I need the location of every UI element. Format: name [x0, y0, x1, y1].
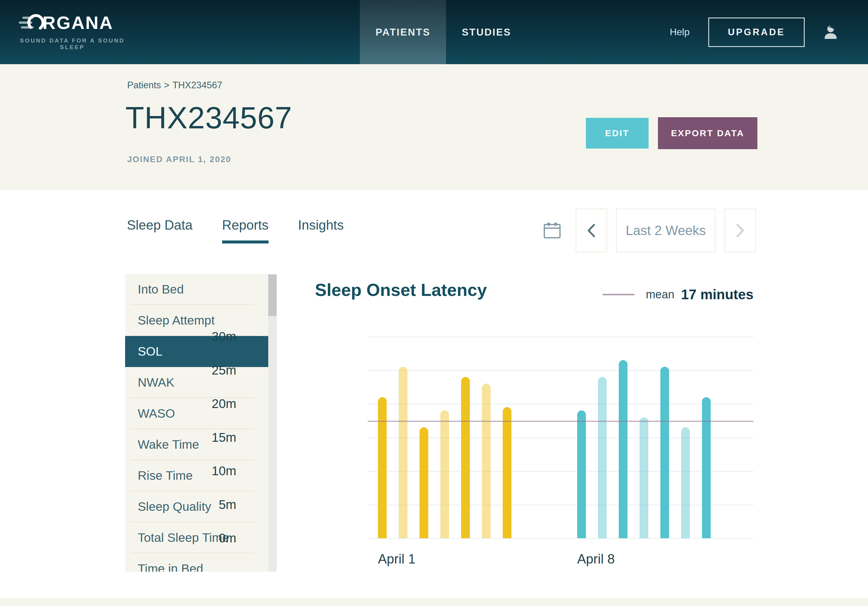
active-tab-underline [222, 240, 268, 243]
bar-april-1-day4 [440, 411, 449, 538]
breadcrumb-item[interactable]: Patients [127, 80, 161, 90]
main-nav: PATIENTSSTUDIES [360, 0, 527, 64]
export-data-button[interactable]: EXPORT DATA [658, 117, 757, 149]
sidebar-item-label: Into Bed [138, 282, 184, 296]
y-axis-tick-label: 30m [176, 329, 236, 344]
tab-label: Insights [298, 218, 344, 232]
bar-april-8-day1 [577, 411, 586, 538]
date-range-selector[interactable]: Last 2 Weeks [616, 209, 716, 252]
bar-april-1-day2 [399, 367, 408, 538]
mean-line-swatch [603, 294, 634, 295]
gridline [368, 370, 753, 371]
sidebar-item-into-bed[interactable]: Into Bed [125, 274, 268, 305]
nav-item-studies[interactable]: STUDIES [446, 0, 527, 64]
sidebar-item-label: SOL [138, 344, 163, 359]
tab-label: Reports [222, 218, 268, 232]
bar-april-8-day5 [660, 367, 669, 538]
bar-april-8-day3 [619, 360, 628, 538]
chart-legend: mean 17 minutes [603, 286, 753, 302]
sidebar-item-label: Sleep Attempt [138, 313, 215, 327]
next-period-button[interactable] [725, 209, 756, 252]
logo-wordmark: RGANA [42, 12, 113, 33]
legend-mean-value: 17 minutes [681, 286, 753, 302]
y-axis-tick-label: 5m [176, 498, 236, 512]
chart-title: Sleep Onset Latency [315, 280, 487, 300]
logo-tagline: SOUND DATA FOR A SOUND SLEEP [17, 37, 128, 51]
sol-bar-chart: 30m25m20m15m10m5m0mApril 1April 8 [368, 336, 753, 538]
nav-item-patients[interactable]: PATIENTS [360, 0, 446, 64]
y-axis-tick-label: 0m [176, 531, 236, 546]
upgrade-button[interactable]: UPGRADE [708, 17, 805, 47]
edit-button[interactable]: EDIT [586, 118, 649, 149]
footer-strip [0, 598, 868, 606]
bar-april-1-day6 [482, 384, 491, 538]
logo[interactable]: RGANA SOUND DATA FOR A SOUND SLEEP [17, 12, 128, 51]
bar-april-1-day7 [503, 407, 512, 538]
bar-april-1-day5 [461, 377, 470, 538]
sidebar-item-label: WASO [138, 406, 175, 421]
tab-label: Sleep Data [127, 218, 192, 232]
calendar-icon[interactable] [542, 221, 562, 240]
bar-april-1-day3 [420, 427, 428, 538]
prev-period-button[interactable] [576, 209, 607, 252]
y-axis-tick-label: 15m [176, 430, 236, 445]
main-content: Sleep DataReportsInsights Last 2 Weeks I… [0, 190, 868, 606]
x-axis-label: April 8 [577, 552, 615, 567]
y-axis-tick-label: 10m [176, 464, 236, 478]
active-tab-underline [298, 240, 344, 243]
bar-april-8-day2 [598, 377, 607, 538]
report-tabs: Sleep DataReportsInsights [127, 218, 344, 243]
legend-mean-label: mean [646, 288, 674, 301]
date-controls: Last 2 Weeks [542, 209, 756, 252]
x-axis-label: April 1 [378, 552, 415, 567]
tab-reports[interactable]: Reports [222, 218, 268, 243]
logo-o-icon [17, 12, 44, 33]
sidebar-item-label: NWAK [138, 375, 174, 390]
tab-sleep-data[interactable]: Sleep Data [127, 218, 192, 243]
sidebar-item-label: Time in Bed [138, 562, 203, 572]
joined-date-label: JOINED APRIL 1, 2020 [127, 155, 231, 164]
metric-list: Into BedSleep AttemptSOLNWAKWASOWake Tim… [125, 274, 277, 572]
gridline [368, 404, 753, 405]
gridline [368, 336, 753, 337]
bar-april-8-day4 [640, 417, 648, 538]
breadcrumb-item: THX234567 [172, 80, 222, 90]
y-axis-tick-label: 20m [176, 397, 236, 411]
user-avatar-icon[interactable] [823, 25, 838, 39]
app-header: RGANA SOUND DATA FOR A SOUND SLEEP PATIE… [0, 0, 868, 64]
bar-april-8-day7 [702, 397, 711, 538]
tab-insights[interactable]: Insights [298, 218, 344, 243]
breadcrumb: Patients>THX234567 [127, 80, 222, 91]
sidebar-item-time-in-bed[interactable]: Time in Bed [125, 553, 268, 572]
bar-april-8-day6 [681, 427, 690, 538]
mean-line [368, 421, 753, 422]
metric-list-scrollbar[interactable] [268, 274, 277, 572]
patient-hero-section: Patients>THX234567 THX234567 JOINED APRI… [0, 64, 868, 190]
date-range-label: Last 2 Weeks [626, 223, 706, 238]
gridline [368, 538, 753, 539]
page-title: THX234567 [126, 100, 292, 136]
chevron-left-icon [587, 223, 596, 237]
active-tab-underline [127, 240, 192, 243]
y-axis-tick-label: 25m [176, 363, 236, 378]
help-link[interactable]: Help [670, 26, 690, 38]
scrollbar-thumb[interactable] [268, 274, 277, 316]
breadcrumb-separator: > [164, 80, 169, 90]
bar-april-1-day1 [378, 397, 387, 538]
chevron-right-icon [736, 223, 745, 237]
